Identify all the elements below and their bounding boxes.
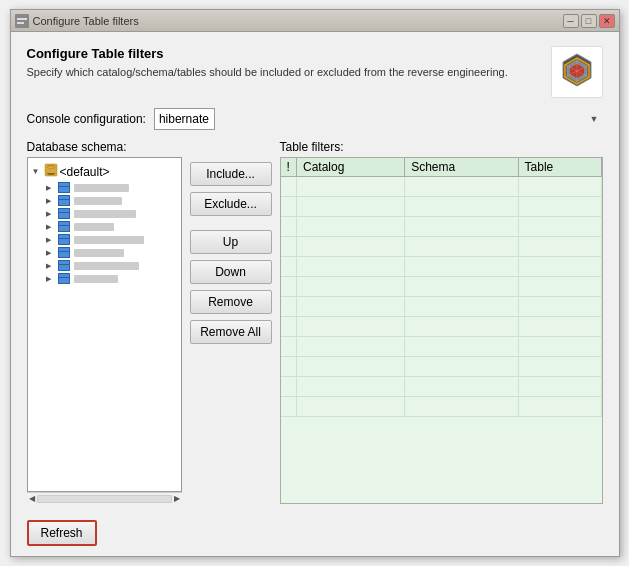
blurred-row-text: [74, 249, 124, 257]
settings-icon: [15, 14, 29, 28]
tree-scrollbar-area[interactable]: ◀ ▶: [27, 492, 182, 504]
db-schema-label: Database schema:: [27, 140, 182, 154]
title-bar-left: Configure Table filters: [15, 14, 139, 28]
svg-rect-2: [17, 22, 24, 24]
tree-row[interactable]: ▶: [30, 207, 179, 220]
table-icon: [58, 182, 70, 193]
empty-row: [281, 317, 602, 337]
blurred-row-text: [74, 262, 139, 270]
tree-row[interactable]: ▶: [30, 259, 179, 272]
table-icon: [58, 260, 70, 271]
blurred-row-text: [74, 184, 129, 192]
tree-row[interactable]: ▶: [30, 233, 179, 246]
expand-icon: ▶: [46, 184, 56, 192]
bottom-area: Refresh: [27, 514, 603, 546]
expand-icon: ▶: [46, 275, 56, 283]
tree-row[interactable]: ▶: [30, 181, 179, 194]
table-filters-label: Table filters:: [280, 140, 603, 154]
empty-row: [281, 257, 602, 277]
include-button[interactable]: Include...: [190, 162, 272, 186]
refresh-button[interactable]: Refresh: [27, 520, 97, 546]
console-select[interactable]: hibernate: [154, 108, 215, 130]
expand-icon: ▶: [46, 197, 56, 205]
blurred-row-text: [74, 236, 144, 244]
col-header-exclamation: !: [281, 158, 297, 177]
empty-row: [281, 397, 602, 417]
filters-table: ! Catalog Schema Table: [281, 158, 602, 417]
console-select-wrapper: hibernate: [154, 108, 603, 130]
empty-row: [281, 217, 602, 237]
blurred-row-text: [74, 275, 118, 283]
header-text: Configure Table filters Specify which ca…: [27, 46, 551, 80]
empty-row: [281, 377, 602, 397]
exclude-button[interactable]: Exclude...: [190, 192, 272, 216]
col-header-table: Table: [518, 158, 601, 177]
empty-row: [281, 277, 602, 297]
tree-inner: ▼: [28, 158, 181, 491]
col-header-catalog: Catalog: [297, 158, 405, 177]
table-icon: [58, 221, 70, 232]
table-icon: [58, 234, 70, 245]
expand-icon: ▶: [46, 262, 56, 270]
empty-row: [281, 337, 602, 357]
blurred-row-text: [74, 210, 136, 218]
middle-buttons: Include... Exclude... Up Down Remove Rem…: [190, 140, 272, 504]
tree-row[interactable]: ▶: [30, 194, 179, 207]
restore-button[interactable]: □: [581, 14, 597, 28]
table-icon: [58, 247, 70, 258]
down-button[interactable]: Down: [190, 260, 272, 284]
remove-button[interactable]: Remove: [190, 290, 272, 314]
empty-row: [281, 297, 602, 317]
blurred-row-text: [74, 223, 114, 231]
blurred-row-text: [74, 197, 122, 205]
scroll-right-icon: ▶: [174, 494, 180, 503]
expand-icon: ▶: [46, 223, 56, 231]
tree-root-node[interactable]: ▼: [30, 162, 179, 181]
title-bar: Configure Table filters ─ □ ✕: [11, 10, 619, 32]
remove-all-button[interactable]: Remove All: [190, 320, 272, 344]
main-window: Configure Table filters ─ □ ✕ Configure …: [10, 9, 620, 557]
tree-row[interactable]: ▶: [30, 246, 179, 259]
empty-row: [281, 177, 602, 197]
filters-table-container: ! Catalog Schema Table: [280, 157, 603, 504]
console-config-label: Console configuration:: [27, 112, 146, 126]
expand-icon: ▶: [46, 210, 56, 218]
title-bar-buttons: ─ □ ✕: [563, 14, 615, 28]
app-logo: [557, 52, 597, 92]
header-section: Configure Table filters Specify which ca…: [27, 46, 603, 98]
close-button[interactable]: ✕: [599, 14, 615, 28]
left-panel: Database schema: ▼: [27, 140, 182, 504]
tree-container[interactable]: ▼: [27, 157, 182, 492]
right-panel: Table filters: ! Catalog Schema Table: [280, 140, 603, 504]
console-config-row: Console configuration: hibernate: [27, 108, 603, 130]
filters-table-body: [281, 177, 602, 417]
table-icon: [58, 273, 70, 284]
expand-icon: ▶: [46, 236, 56, 244]
table-icon: [58, 195, 70, 206]
dialog-description: Specify which catalog/schema/tables shou…: [27, 65, 551, 80]
left-panel-inner: ▼: [27, 157, 182, 504]
root-node-label: <default>: [60, 165, 110, 179]
dialog-title: Configure Table filters: [27, 46, 551, 61]
svg-rect-1: [17, 18, 27, 20]
svg-rect-0: [15, 14, 29, 28]
empty-row: [281, 357, 602, 377]
expand-icon: ▶: [46, 249, 56, 257]
tree-row[interactable]: ▶: [30, 272, 179, 285]
minimize-button[interactable]: ─: [563, 14, 579, 28]
tree-row[interactable]: ▶: [30, 220, 179, 233]
db-icon: [44, 163, 58, 180]
col-header-schema: Schema: [405, 158, 518, 177]
up-button[interactable]: Up: [190, 230, 272, 254]
table-icon: [58, 208, 70, 219]
scroll-left-icon: ◀: [29, 494, 35, 503]
content-area: Configure Table filters Specify which ca…: [11, 32, 619, 556]
main-area: Database schema: ▼: [27, 140, 603, 504]
window-title: Configure Table filters: [33, 15, 139, 27]
svg-point-15: [47, 166, 55, 169]
empty-row: [281, 197, 602, 217]
logo-container: [551, 46, 603, 98]
expand-icon: ▼: [32, 167, 42, 176]
empty-row: [281, 237, 602, 257]
filters-table-header-row: ! Catalog Schema Table: [281, 158, 602, 177]
